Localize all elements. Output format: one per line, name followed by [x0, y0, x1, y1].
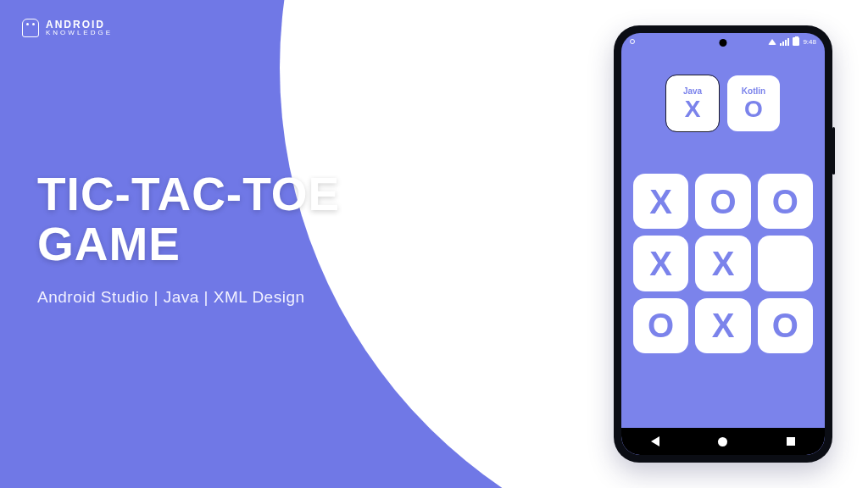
wifi-icon	[768, 39, 776, 45]
mark: X	[712, 247, 735, 280]
board-cell-1-0[interactable]: X	[633, 236, 688, 291]
brand-logo: ANDROID KNOWLEDGE	[22, 19, 113, 37]
board-cell-1-1[interactable]: X	[695, 236, 750, 291]
headline-text: TIC-TAC-TOE GAME	[37, 169, 340, 270]
player-card-kotlin[interactable]: Kotlin O	[727, 75, 780, 131]
android-icon	[22, 19, 39, 37]
mark: O	[709, 185, 736, 219]
player-symbol-x: X	[685, 97, 701, 121]
mark: O	[648, 308, 674, 342]
board-cell-2-2[interactable]: O	[758, 298, 813, 353]
board-cell-0-1[interactable]: O	[695, 174, 750, 229]
brand-line2: KNOWLEDGE	[46, 30, 113, 36]
battery-icon	[793, 37, 799, 46]
nav-recent-icon[interactable]	[787, 437, 795, 446]
mark: X	[649, 185, 672, 219]
status-time: 9:48	[803, 38, 816, 46]
board-cell-2-0[interactable]: O	[633, 298, 688, 353]
mark: X	[712, 308, 735, 342]
player-symbol-o: O	[744, 97, 763, 121]
mark: O	[772, 308, 798, 342]
game-board: X O O X X O X O	[633, 174, 813, 353]
mark: O	[772, 185, 798, 219]
phone-power-button	[832, 127, 835, 175]
board-cell-0-2[interactable]: O	[758, 174, 813, 229]
android-navbar	[621, 428, 825, 455]
nav-home-icon[interactable]	[718, 437, 727, 446]
player-label: Java	[683, 86, 702, 96]
player-label: Kotlin	[742, 86, 765, 96]
thumbnail-stage: ANDROID KNOWLEDGE TIC-TAC-TOE GAME Andro…	[0, 0, 868, 488]
board-cell-1-2[interactable]	[758, 236, 813, 291]
phone-frame: 9:48 Java X Kotlin O X O	[614, 25, 832, 463]
board-cell-0-0[interactable]: X	[633, 174, 688, 229]
mark: X	[649, 247, 672, 280]
subline-text: Android Studio | Java | XML Design	[37, 288, 305, 307]
signal-icon	[780, 38, 789, 46]
phone-screen: 9:48 Java X Kotlin O X O	[621, 33, 825, 455]
board-cell-2-1[interactable]: X	[695, 298, 750, 353]
app-body: Java X Kotlin O X O O X X O X	[621, 50, 825, 428]
camera-hole-icon	[720, 39, 727, 47]
player-card-java[interactable]: Java X	[666, 75, 719, 131]
player-row: Java X Kotlin O	[633, 75, 813, 131]
nav-back-icon[interactable]	[651, 436, 659, 446]
status-dot-icon	[630, 39, 635, 44]
